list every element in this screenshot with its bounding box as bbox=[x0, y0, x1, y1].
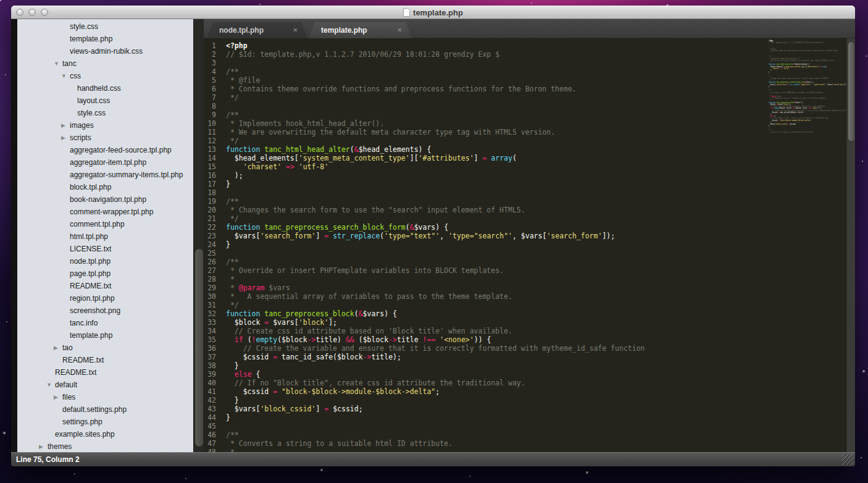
code-line[interactable]: 26/** bbox=[204, 258, 767, 266]
tab-node-tpl-php[interactable]: node.tpl.php × bbox=[207, 22, 307, 38]
code-line[interactable]: 42 } bbox=[204, 396, 767, 405]
tree-item[interactable]: aggregator-summary-items.tpl.php bbox=[17, 169, 193, 181]
code-line[interactable]: 37 $cssid = tanc_id_safe($block->title); bbox=[204, 353, 767, 361]
code-line[interactable]: 11 * We are overwriting the default meta… bbox=[204, 128, 767, 136]
code-line[interactable]: 1<?php bbox=[204, 41, 767, 50]
code-line[interactable]: 35 if (!empty($block->title) && ($block-… bbox=[204, 335, 767, 344]
code-line[interactable]: 40 // If no "Block title", create css id… bbox=[204, 379, 767, 387]
tree-item[interactable]: ▶images bbox=[17, 119, 193, 132]
code-line[interactable]: 32function tanc_preprocess_block(&$vars)… bbox=[204, 309, 767, 318]
code-line[interactable]: 29 * @param $vars bbox=[204, 284, 767, 292]
code-line[interactable]: 13function tanc_html_head_alter(&$head_e… bbox=[204, 145, 767, 154]
tree-item[interactable]: comment.tpl.php bbox=[17, 218, 193, 230]
code-line[interactable]: 19/** bbox=[204, 197, 767, 206]
code-line[interactable]: 24} bbox=[204, 240, 767, 249]
tree-item[interactable]: ▶tao bbox=[17, 342, 193, 354]
tree-item[interactable]: aggregator-feed-source.tpl.php bbox=[17, 144, 193, 156]
code-line[interactable]: 4/** bbox=[204, 67, 767, 76]
chevron-down-icon[interactable]: ▼ bbox=[46, 379, 55, 391]
code-line[interactable]: 33 $block = $vars['block']; bbox=[204, 318, 767, 327]
code-line[interactable]: 30 * A sequential array of variables to … bbox=[204, 292, 767, 301]
chevron-down-icon[interactable]: ▼ bbox=[61, 70, 70, 82]
tree-item[interactable]: layout.css bbox=[17, 94, 193, 107]
chevron-right-icon[interactable]: ▶ bbox=[54, 342, 62, 354]
file-tree[interactable]: style.csstemplate.phpviews-admin-rubik.c… bbox=[17, 19, 193, 452]
code-line[interactable]: 25 bbox=[204, 249, 767, 258]
tree-item[interactable]: region.tpl.php bbox=[17, 292, 193, 304]
code-lines[interactable]: 1<?php2// $Id: template.php,v 1.1.2.7 20… bbox=[204, 38, 767, 452]
chevron-right-icon[interactable]: ▶ bbox=[39, 440, 48, 452]
tree-item[interactable]: ▼default bbox=[17, 379, 193, 391]
tree-item[interactable]: ▼css bbox=[17, 70, 193, 82]
code-line[interactable]: 36 // Create the variable and ensure tha… bbox=[204, 344, 767, 353]
tree-item[interactable]: handheld.css bbox=[17, 82, 193, 94]
tree-item[interactable]: settings.php bbox=[17, 416, 193, 428]
code-line[interactable]: 15 'charset' => 'utf-8' bbox=[204, 162, 767, 171]
tab-close-icon[interactable]: × bbox=[397, 22, 402, 38]
tree-item[interactable]: html.tpl.php bbox=[17, 230, 193, 243]
editor-scrollbar-thumb[interactable] bbox=[848, 42, 854, 141]
tree-item[interactable]: ▶themes bbox=[17, 440, 193, 452]
code-line[interactable]: 17} bbox=[204, 180, 767, 188]
code-line[interactable]: 31 */ bbox=[204, 301, 767, 309]
tree-item[interactable]: ▶scripts bbox=[17, 132, 193, 144]
code-line[interactable]: 46/** bbox=[204, 430, 767, 439]
code-line[interactable]: 27 * Override or insert PHPTemplate vari… bbox=[204, 266, 767, 275]
tree-item[interactable]: README.txt bbox=[17, 366, 193, 379]
code-line[interactable]: 20 * Changes the search form to use the … bbox=[204, 206, 767, 214]
tree-item[interactable]: README.txt bbox=[17, 280, 193, 292]
code-line[interactable]: 38 } bbox=[204, 361, 767, 370]
tree-item[interactable]: template.php bbox=[17, 33, 193, 45]
tree-item[interactable]: tanc.info bbox=[17, 317, 193, 329]
code-line[interactable]: 18 bbox=[204, 188, 767, 197]
code-line[interactable]: 39 else { bbox=[204, 370, 767, 379]
tree-item[interactable]: views-admin-rubik.css bbox=[17, 45, 193, 57]
code-line[interactable]: 34 // Create css id attribute based on '… bbox=[204, 327, 767, 335]
tree-item[interactable]: style.css bbox=[17, 107, 193, 119]
code-line[interactable]: 45 bbox=[204, 422, 767, 430]
code-line[interactable]: 43 $vars['block_cssid'] = $cssid; bbox=[204, 405, 767, 413]
chevron-down-icon[interactable]: ▼ bbox=[54, 57, 62, 70]
sidebar-scrollbar[interactable] bbox=[193, 19, 204, 452]
tree-item[interactable]: node.tpl.php bbox=[17, 255, 193, 267]
tree-item[interactable]: aggregator-item.tpl.php bbox=[17, 156, 193, 169]
tree-item[interactable]: ▼tanc bbox=[17, 57, 193, 70]
tree-item[interactable]: ▶files bbox=[17, 391, 193, 403]
tree-item[interactable]: default.settings.php bbox=[17, 403, 193, 416]
code-line[interactable]: 22function tanc_preprocess_search_block_… bbox=[204, 223, 767, 232]
code-line[interactable]: 7 */ bbox=[204, 93, 767, 102]
chevron-right-icon[interactable]: ▶ bbox=[61, 132, 70, 144]
code-line[interactable]: 6 * Contains theme override functions an… bbox=[204, 85, 767, 93]
chevron-right-icon[interactable]: ▶ bbox=[61, 119, 70, 132]
tree-item[interactable]: style.css bbox=[17, 20, 193, 33]
editor-scrollbar[interactable] bbox=[846, 38, 855, 452]
tree-item[interactable]: page.tpl.php bbox=[17, 267, 193, 280]
code-line[interactable]: 2// $Id: template.php,v 1.1.2.7 2010/06/… bbox=[204, 50, 767, 59]
code-line[interactable]: 10 * Implements hook_html_head_alter(). bbox=[204, 119, 767, 128]
minimap[interactable]: <?php// $Id: template.php,v 1.1.2.7 2010… bbox=[767, 38, 846, 452]
code-line[interactable]: 47 * Converts a string to a suitable htm… bbox=[204, 439, 767, 448]
resize-grip[interactable] bbox=[841, 454, 854, 465]
tree-item[interactable]: template.php bbox=[17, 329, 193, 342]
code-line[interactable]: 23 $vars['search_form'] = str_replace('t… bbox=[204, 232, 767, 240]
tree-item[interactable]: README.txt bbox=[17, 354, 193, 366]
code-line[interactable]: 5 * @file bbox=[204, 76, 767, 85]
code-line[interactable]: 12 */ bbox=[204, 136, 767, 145]
tab-close-icon[interactable]: × bbox=[293, 22, 298, 38]
tree-item[interactable]: LICENSE.txt bbox=[17, 243, 193, 255]
tree-item[interactable]: screenshot.png bbox=[17, 304, 193, 317]
sidebar-scrollbar-thumb[interactable] bbox=[195, 249, 203, 447]
tree-item[interactable]: book-navigation.tpl.php bbox=[17, 193, 193, 206]
tab-template-php[interactable]: template.php × bbox=[309, 22, 412, 38]
code-line[interactable]: 16 ); bbox=[204, 171, 767, 180]
code-line[interactable]: 44} bbox=[204, 413, 767, 422]
code-line[interactable]: 8 bbox=[204, 102, 767, 111]
code-line[interactable]: 41 $cssid = "block-$block->module-$block… bbox=[204, 387, 767, 396]
code-line[interactable]: 3 bbox=[204, 59, 767, 67]
code-line[interactable]: 28 * bbox=[204, 275, 767, 284]
code-line[interactable]: 14 $head_elements['system_meta_content_t… bbox=[204, 154, 767, 162]
code-line[interactable]: 48 * bbox=[204, 448, 767, 452]
title-bar[interactable]: template.php bbox=[11, 6, 855, 19]
code-line[interactable]: 21 */ bbox=[204, 214, 767, 223]
tree-item[interactable]: example.sites.php bbox=[17, 428, 193, 440]
